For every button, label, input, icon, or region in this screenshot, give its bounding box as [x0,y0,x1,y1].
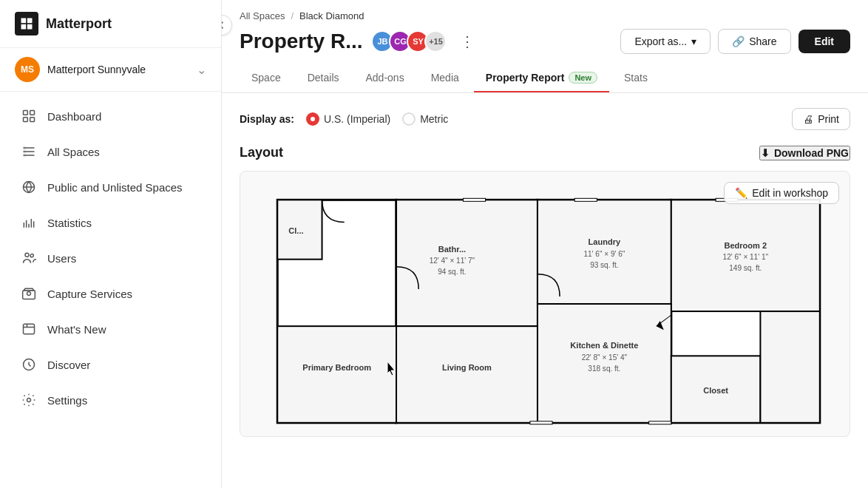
svg-rect-3 [27,24,33,30]
svg-text:22' 8" × 15' 4": 22' 8" × 15' 4" [582,353,628,362]
svg-rect-14 [24,324,35,333]
dashboard-icon [21,108,37,124]
content-header: All Spaces / Black Diamond Property R...… [222,0,868,93]
sidebar-item-label: Users [47,252,76,265]
svg-rect-42 [760,311,819,423]
sidebar-item-capture-services[interactable]: Capture Services [6,277,215,311]
share-button[interactable]: 🔗 Share [718,29,790,54]
title-row: Property R... JB CG SY +15 ⋮ Export as..… [240,29,850,54]
sidebar-item-discover[interactable]: Discover [6,348,215,382]
export-label: Export as... [634,35,687,47]
edit-button[interactable]: Edit [799,30,850,53]
svg-text:11' 6" × 9' 6": 11' 6" × 9' 6" [583,250,625,258]
sidebar-item-label: Capture Services [47,288,132,300]
svg-rect-0 [21,18,27,24]
display-row: Display as: U.S. (Imperial) Metric 🖨 Pri… [240,108,850,130]
svg-rect-6 [24,118,28,122]
svg-rect-4 [24,111,28,115]
statistics-icon [21,214,37,231]
print-button[interactable]: 🖨 Print [792,108,850,130]
svg-text:94 sq. ft.: 94 sq. ft. [438,268,466,276]
tab-add-ons[interactable]: Add-ons [354,64,416,92]
content-body: Display as: U.S. (Imperial) Metric 🖨 Pri… [222,93,868,488]
floor-plan-svg: Cl... Bathr... 12' 4" × 11' 7" 94 sq. ft… [240,172,850,436]
share-label: Share [749,35,776,47]
page-title: Property R... [240,30,362,53]
whats-new-icon [21,321,37,337]
svg-rect-45 [396,326,538,423]
discover-icon [21,356,37,373]
download-icon: ⬇ [761,147,770,159]
more-menu-button[interactable]: ⋮ [455,30,479,53]
svg-rect-1 [27,18,33,24]
svg-rect-2 [21,24,27,30]
all-spaces-icon [21,143,37,160]
sidebar-item-users[interactable]: Users [6,241,215,275]
breadcrumb-parent[interactable]: All Spaces [240,10,285,21]
sidebar-item-dashboard[interactable]: Dashboard [6,99,215,133]
sidebar-item-label: Dashboard [47,110,101,123]
app-name: Matterport [46,16,112,32]
layout-section-header: Layout ⬇ Download PNG [240,145,850,160]
sidebar-nav: Dashboard All Spaces Public and Unlisted… [0,92,221,488]
svg-text:Primary Bedroom: Primary Bedroom [302,363,371,372]
svg-text:Laundry: Laundry [589,237,621,246]
sidebar-item-settings[interactable]: Settings [6,383,215,417]
svg-text:Bathr...: Bathr... [438,245,466,254]
settings-icon [21,392,37,408]
svg-text:Bedroom 2: Bedroom 2 [724,241,767,250]
users-icon [21,250,37,266]
tab-details[interactable]: Details [296,64,351,92]
svg-rect-52 [574,198,597,201]
svg-text:12' 6" × 11' 1": 12' 6" × 11' 1" [723,253,769,261]
sidebar-header: Matterport [0,0,221,48]
sidebar: Matterport MS Matterport Sunnyvale ⌄ Das… [0,0,222,488]
svg-point-11 [30,254,33,257]
svg-rect-55 [649,421,671,424]
svg-point-12 [27,292,31,296]
metric-radio-circle [402,112,416,126]
svg-rect-51 [463,198,485,201]
header-actions: Export as... ▾ 🔗 Share Edit [620,29,850,54]
svg-rect-5 [30,111,35,115]
svg-text:Cl...: Cl... [288,226,303,235]
tab-stats[interactable]: Stats [612,64,660,92]
logo-icon [15,12,38,35]
imperial-radio[interactable]: U.S. (Imperial) [306,112,390,126]
sidebar-item-label: Public and Unlisted Spaces [47,181,183,194]
display-as-label: Display as: [240,113,294,125]
sidebar-item-label: Statistics [47,217,92,229]
export-chevron-icon: ▾ [691,35,696,47]
sidebar-item-label: All Spaces [47,146,100,158]
tabs: Space Details Add-ons Media Property Rep… [240,64,850,92]
account-row[interactable]: MS Matterport Sunnyvale ⌄ [0,48,221,92]
tab-property-report[interactable]: Property Report New [474,64,609,92]
layout-title: Layout [240,145,283,160]
metric-radio[interactable]: Metric [402,112,448,126]
sidebar-item-statistics[interactable]: Statistics [6,206,215,240]
sidebar-item-all-spaces[interactable]: All Spaces [6,135,215,169]
edit-workshop-button[interactable]: ✏️ Edit in workshop [724,182,839,204]
tab-space[interactable]: Space [240,64,293,92]
svg-rect-54 [530,421,552,424]
breadcrumb-current: Black Diamond [299,10,364,21]
download-png-button[interactable]: ⬇ Download PNG [759,146,850,160]
svg-rect-7 [30,118,35,122]
collaborator-more[interactable]: +15 [424,30,447,52]
capture-icon [21,285,37,302]
export-button[interactable]: Export as... ▾ [620,29,711,54]
tab-media[interactable]: Media [419,64,471,92]
account-name: Matterport Sunnyvale [47,64,189,75]
svg-point-16 [27,399,31,402]
floor-plan-container: ✏️ Edit in workshop Cl... [240,171,850,437]
print-icon: 🖨 [803,113,813,125]
sidebar-item-public-spaces[interactable]: Public and Unlisted Spaces [6,170,215,204]
imperial-label: U.S. (Imperial) [324,113,390,125]
sidebar-item-label: What's New [47,323,106,336]
svg-rect-43 [277,326,396,423]
public-spaces-icon [21,179,37,195]
breadcrumb-separator: / [291,10,294,21]
sidebar-item-whats-new[interactable]: What's New [6,312,215,346]
sidebar-item-label: Settings [47,394,87,407]
main-content: All Spaces / Black Diamond Property R...… [222,0,868,488]
